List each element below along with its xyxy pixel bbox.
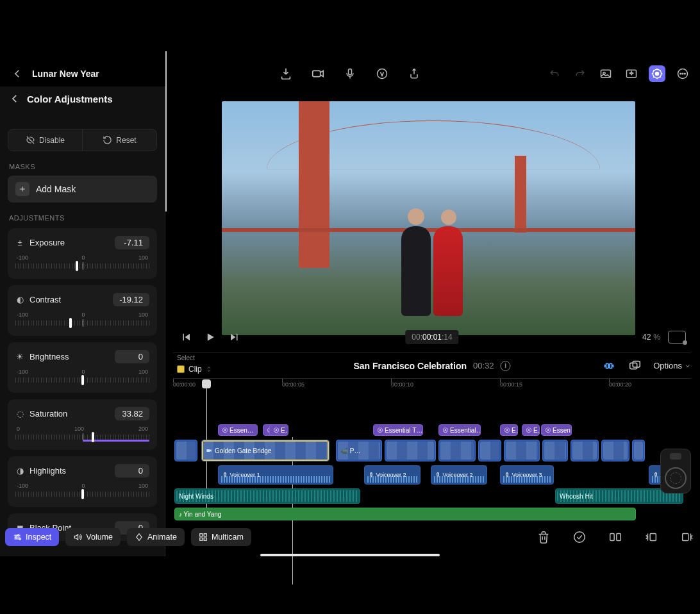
back-button[interactable] — [9, 65, 26, 82]
delete-button[interactable] — [536, 529, 551, 545]
sfx-track[interactable]: Night WindsWhoosh Hit — [173, 488, 700, 504]
timecode-display[interactable]: 00:00:01:14 — [405, 330, 458, 344]
svg-rect-0 — [313, 71, 321, 76]
reset-button[interactable]: Reset — [82, 129, 156, 151]
effects-icon[interactable] — [623, 65, 640, 82]
jog-wheel[interactable] — [660, 449, 691, 494]
trim-start-button[interactable] — [644, 529, 659, 545]
audio-clip[interactable]: Night Winds — [174, 488, 360, 504]
svg-rect-12 — [606, 363, 609, 368]
adj-value[interactable]: 0 — [115, 464, 149, 477]
redo-icon[interactable] — [572, 65, 588, 82]
magnetic-icon[interactable] — [602, 359, 616, 373]
overwrite-icon[interactable] — [628, 359, 642, 373]
voiceover-clip[interactable]: 🎙 Voiceover 2 — [431, 465, 487, 485]
title-clip[interactable]: ⒶE… — [500, 424, 518, 436]
adjustment-brightness: ☀Brightness 0 -1000100 — [8, 342, 157, 393]
svg-rect-22 — [200, 538, 203, 540]
import-icon[interactable] — [278, 65, 294, 82]
music-clip[interactable]: ♪ Yin and Yang — [174, 508, 636, 520]
adj-value[interactable]: -7.11 — [115, 236, 149, 249]
video-clip[interactable] — [571, 440, 599, 461]
voiceover-clip[interactable]: 🎙 Voiceover 3 — [500, 465, 554, 485]
title-clip[interactable]: ⒶEssential… — [438, 424, 481, 436]
svg-point-10 — [682, 73, 683, 74]
prev-frame-button[interactable] — [179, 331, 192, 344]
video-clip[interactable] — [601, 440, 629, 461]
adj-icon: ± — [15, 238, 24, 247]
adj-value[interactable]: -19.12 — [113, 293, 149, 306]
share-icon[interactable] — [406, 65, 422, 82]
timeline-ruler[interactable]: 00:00:0000:00:0500:00:1000:00:1500:00:20 — [173, 378, 691, 392]
svg-point-17 — [18, 535, 19, 536]
undo-icon[interactable] — [546, 65, 563, 82]
voiceover-clip[interactable]: 🎙 Voiceover 2 — [364, 465, 421, 485]
adj-slider[interactable]: -1000100 — [15, 254, 149, 272]
svg-point-11 — [685, 73, 686, 74]
video-clip[interactable]: 📹 P… — [336, 440, 382, 461]
panel-back-icon[interactable] — [9, 93, 21, 104]
adjustments-label: ADJUSTMENTS — [9, 214, 157, 222]
preview-viewer — [165, 87, 691, 349]
title-clip[interactable]: ⒶE… — [269, 424, 288, 436]
scope-selector[interactable]: Clip — [177, 365, 212, 374]
timeline-header: Select Clip San Francisco Celebration 00… — [173, 353, 691, 378]
music-track[interactable]: ♪ Yin and Yang — [173, 508, 700, 520]
video-clip[interactable] — [438, 440, 476, 461]
video-clip-selected[interactable]: Golden Gate Bridge — [201, 440, 329, 461]
camera-icon[interactable] — [310, 65, 326, 82]
next-frame-button[interactable] — [228, 331, 241, 344]
disable-button[interactable]: Disable — [8, 129, 82, 151]
playhead[interactable] — [202, 379, 211, 388]
media-icon[interactable] — [597, 65, 614, 82]
adj-value[interactable]: 0 — [115, 350, 149, 363]
video-clip[interactable] — [478, 440, 501, 461]
animate-tab[interactable]: Animate — [127, 528, 185, 546]
adj-value[interactable]: 33.82 — [115, 407, 149, 420]
titles-track[interactable]: ⒶEssen…ⒶE…ⒶE…ⒶEssential T…ⒶEssential…ⒶE…… — [173, 424, 700, 436]
options-menu[interactable]: Options — [653, 361, 691, 370]
timeline-tracks[interactable]: ⒶEssen…ⒶE…ⒶE…ⒶEssential T…ⒶEssential…ⒶE…… — [173, 392, 700, 536]
voiceover-track[interactable]: 🎙 Voiceover 1🎙 Voiceover 2🎙 Voiceover 2🎙… — [173, 465, 700, 485]
video-track[interactable]: Golden Gate Bridge📹 P… — [173, 440, 700, 461]
title-clip[interactable]: ⒶEssen… — [541, 424, 572, 436]
enable-button[interactable] — [572, 529, 587, 545]
svg-point-19 — [19, 538, 21, 540]
add-mask-button[interactable]: ＋ Add Mask — [8, 176, 157, 203]
adj-slider[interactable]: -1000100 — [15, 369, 149, 386]
fit-to-screen-button[interactable] — [668, 331, 686, 344]
title-clip[interactable]: ⒶE… — [522, 424, 540, 436]
voiceover-clip[interactable]: 🎙 Voiceover 1 — [218, 465, 333, 485]
ruler-mark: 00:00:10 — [391, 381, 413, 388]
preview-canvas[interactable] — [222, 101, 635, 335]
more-icon[interactable] — [674, 65, 691, 82]
title-clip[interactable]: ⒶEssen… — [218, 424, 258, 436]
titles-icon[interactable] — [374, 65, 390, 82]
svg-rect-14 — [630, 363, 637, 369]
voiceover-icon[interactable] — [342, 65, 358, 82]
video-clip[interactable] — [174, 440, 197, 461]
video-clip[interactable] — [542, 440, 568, 461]
inspect-tab[interactable]: Inspect — [5, 528, 59, 546]
adj-icon: ◑ — [15, 467, 24, 476]
multicam-tab[interactable]: Multicam — [191, 528, 251, 546]
video-clip[interactable] — [385, 440, 436, 461]
video-clip[interactable] — [504, 440, 540, 461]
split-button[interactable] — [608, 529, 623, 545]
svg-rect-20 — [200, 534, 203, 536]
adj-slider[interactable]: 0100200 — [15, 426, 149, 444]
volume-tab[interactable]: Volume — [65, 528, 121, 546]
svg-rect-16 — [206, 449, 210, 452]
adjustment-saturation: ◌Saturation 33.82 0100200 — [8, 399, 157, 450]
info-icon[interactable]: i — [501, 361, 511, 371]
adj-slider[interactable]: -1000100 — [15, 311, 149, 329]
zoom-display[interactable]: 42% — [642, 333, 660, 342]
svg-rect-1 — [349, 69, 352, 75]
play-button[interactable] — [204, 331, 217, 344]
inspector-icon[interactable] — [649, 65, 665, 82]
adj-slider[interactable]: -1000100 — [15, 483, 149, 501]
video-clip[interactable] — [632, 440, 645, 461]
trim-end-button[interactable] — [679, 529, 695, 545]
title-clip[interactable]: ⒶEssential T… — [373, 424, 423, 436]
svg-rect-13 — [610, 363, 612, 368]
